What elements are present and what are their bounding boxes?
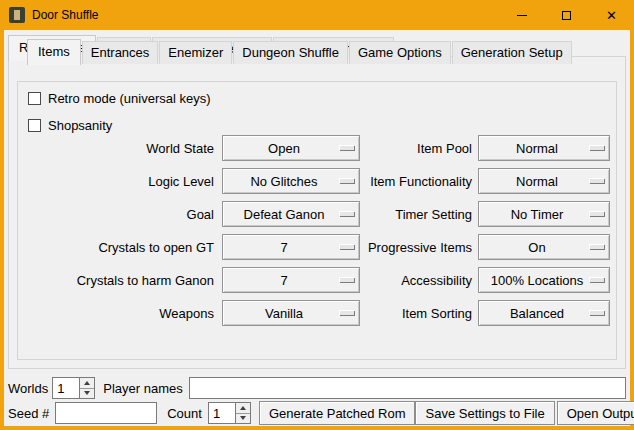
dropdown-value: No Timer	[511, 207, 578, 222]
worlds-spin-buttons	[79, 377, 95, 399]
item-functionality-label: Item Functionality	[360, 174, 472, 189]
dropdown-indicator-icon	[339, 277, 354, 282]
logic-level-dropdown[interactable]: No Glitches	[222, 168, 360, 194]
tab-enemizer[interactable]: Enemizer	[159, 41, 232, 64]
timer-setting-label: Timer Setting	[360, 207, 472, 222]
weapons-label: Weapons	[18, 306, 214, 321]
crystals-open-gt-dropdown[interactable]: 7	[222, 234, 360, 260]
spin-up-button[interactable]	[80, 378, 94, 389]
field-row: Crystals to harm Ganon 7 Accessibility 1…	[18, 266, 616, 294]
field-row: Logic Level No Glitches Item Functionali…	[18, 167, 616, 195]
tab-items[interactable]: Items	[27, 39, 81, 65]
dropdown-indicator-icon	[339, 211, 354, 216]
sub-tabbar: Items Entrances Enemizer Dungeon Shuffle…	[27, 39, 573, 64]
arrow-up-icon	[240, 406, 246, 410]
item-sorting-label: Item Sorting	[360, 306, 472, 321]
item-sorting-dropdown[interactable]: Balanced	[478, 300, 610, 326]
dropdown-value: Normal	[516, 174, 572, 189]
progressive-items-dropdown[interactable]: On	[478, 234, 610, 260]
item-pool-dropdown[interactable]: Normal	[478, 135, 610, 161]
dropdown-value: 7	[280, 240, 301, 255]
dropdown-value: 7	[280, 273, 301, 288]
count-spin-buttons	[235, 402, 251, 424]
crystals-harm-ganon-dropdown[interactable]: 7	[222, 267, 360, 293]
accessibility-dropdown[interactable]: 100% Locations	[478, 267, 610, 293]
accessibility-label: Accessibility	[360, 273, 472, 288]
count-input[interactable]	[208, 402, 235, 424]
window-content: Randomize Adjust Starting Inventory Cust…	[4, 30, 630, 426]
goal-label: Goal	[18, 207, 214, 222]
tab-game-options[interactable]: Game Options	[349, 41, 451, 64]
minimize-icon	[517, 15, 527, 16]
field-row: World State Open Item Pool Normal	[18, 134, 616, 162]
dropdown-indicator-icon	[589, 310, 604, 315]
maximize-button[interactable]	[544, 0, 589, 30]
progressive-items-label: Progressive Items	[360, 240, 472, 255]
dropdown-indicator-icon	[339, 145, 354, 150]
tab-dungeon-shuffle[interactable]: Dungeon Shuffle	[233, 41, 348, 64]
dropdown-indicator-icon	[589, 244, 604, 249]
spin-up-button[interactable]	[236, 403, 250, 414]
timer-setting-dropdown[interactable]: No Timer	[478, 201, 610, 227]
arrow-down-icon	[84, 391, 90, 395]
tab-generation-setup[interactable]: Generation Setup	[452, 41, 572, 64]
count-stepper	[208, 402, 251, 424]
generate-row: Seed # Count Generate Patched Rom Save S…	[8, 401, 626, 425]
worlds-stepper	[52, 377, 95, 399]
dropdown-value: Defeat Ganon	[244, 207, 339, 222]
dropdown-value: On	[528, 240, 559, 255]
maximize-icon	[562, 11, 571, 20]
dropdown-value: Normal	[516, 141, 572, 156]
worlds-row: Worlds Player names	[8, 376, 626, 400]
close-button[interactable]: ✕	[589, 0, 634, 30]
dropdown-indicator-icon	[339, 244, 354, 249]
dropdown-value: Balanced	[510, 306, 578, 321]
retro-mode-checkbox[interactable]	[28, 92, 41, 105]
titlebar: Door Shuffle ✕	[0, 0, 634, 30]
tab-entrances[interactable]: Entrances	[82, 41, 159, 64]
weapons-dropdown[interactable]: Vanilla	[222, 300, 360, 326]
dropdown-indicator-icon	[589, 145, 604, 150]
shopsanity-label: Shopsanity	[48, 118, 112, 133]
field-row: Goal Defeat Ganon Timer Setting No Timer	[18, 200, 616, 228]
item-functionality-dropdown[interactable]: Normal	[478, 168, 610, 194]
items-pane: Retro mode (universal keys) Shopsanity W…	[17, 81, 617, 360]
spin-down-button[interactable]	[236, 414, 250, 424]
worlds-input[interactable]	[52, 377, 79, 399]
seed-label: Seed #	[8, 406, 49, 421]
world-state-dropdown[interactable]: Open	[222, 135, 360, 161]
close-icon: ✕	[606, 9, 617, 22]
logic-level-label: Logic Level	[18, 174, 214, 189]
randomize-pane: Items Entrances Enemizer Dungeon Shuffle…	[8, 56, 626, 369]
shopsanity-row: Shopsanity	[28, 115, 112, 135]
dropdown-value: 100% Locations	[491, 273, 598, 288]
dropdown-value: Open	[268, 141, 314, 156]
dropdown-value: No Glitches	[250, 174, 331, 189]
app-icon	[9, 7, 25, 23]
retro-mode-label: Retro mode (universal keys)	[48, 91, 211, 106]
count-label: Count	[167, 406, 202, 421]
save-settings-button[interactable]: Save Settings to File	[415, 401, 554, 425]
field-row: Crystals to open GT 7 Progressive Items …	[18, 233, 616, 261]
generate-patched-rom-button[interactable]: Generate Patched Rom	[259, 401, 416, 425]
arrow-down-icon	[240, 416, 246, 420]
app-window: Door Shuffle ✕ Randomize Adjust Starting…	[0, 0, 634, 430]
retro-mode-row: Retro mode (universal keys)	[28, 88, 211, 108]
goal-dropdown[interactable]: Defeat Ganon	[222, 201, 360, 227]
arrow-up-icon	[84, 381, 90, 385]
dropdown-indicator-icon	[589, 178, 604, 183]
minimize-button[interactable]	[499, 0, 544, 30]
player-names-input[interactable]	[189, 377, 626, 399]
shopsanity-checkbox[interactable]	[28, 119, 41, 132]
spin-down-button[interactable]	[80, 389, 94, 399]
dropdown-indicator-icon	[339, 178, 354, 183]
dropdown-value: Vanilla	[265, 306, 317, 321]
dropdown-indicator-icon	[589, 211, 604, 216]
window-title: Door Shuffle	[32, 8, 99, 22]
field-row: Weapons Vanilla Item Sorting Balanced	[18, 299, 616, 327]
item-pool-label: Item Pool	[360, 141, 472, 156]
crystals-open-gt-label: Crystals to open GT	[18, 240, 214, 255]
crystals-harm-ganon-label: Crystals to harm Ganon	[18, 273, 214, 288]
seed-input[interactable]	[55, 402, 157, 424]
open-output-directory-button[interactable]: Open Output Directory	[557, 401, 634, 425]
